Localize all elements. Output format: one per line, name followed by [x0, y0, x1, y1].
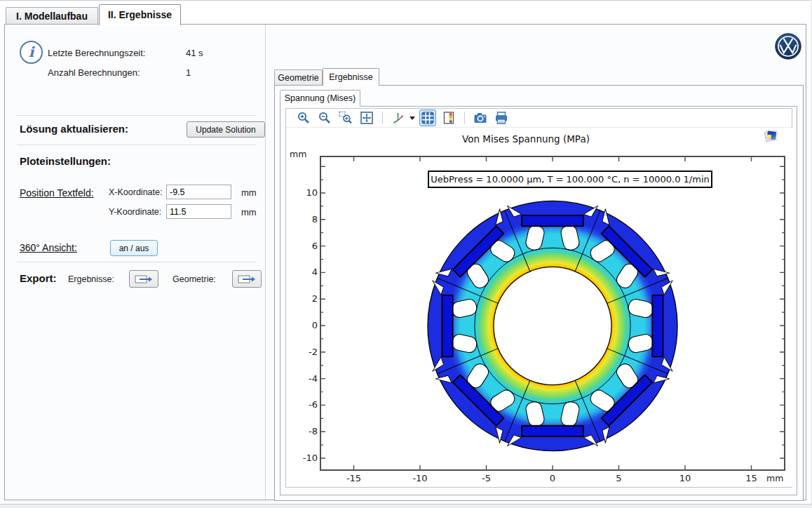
y-tick-label: 0	[295, 320, 318, 330]
grid-toggle-icon[interactable]	[419, 109, 436, 126]
x-coordinate-unit: mm	[241, 187, 257, 198]
x-tick-label: -15	[339, 473, 370, 483]
info-icon: i	[20, 41, 43, 64]
update-solution-heading: Lösung aktualisieren:	[20, 123, 128, 135]
export-geometry-label: Geometrie:	[172, 274, 216, 284]
x-tick-label: 5	[604, 473, 635, 483]
y-tick-label: -6	[295, 399, 318, 410]
export-icon	[135, 274, 153, 285]
zoom-extents-icon[interactable]	[358, 109, 375, 126]
export-geometry-button[interactable]	[232, 270, 262, 288]
rotor-bore	[494, 267, 611, 385]
x-tick-label: -5	[471, 473, 502, 483]
toolbar-separator	[464, 112, 465, 124]
export-results-label: Ergebnisse:	[68, 274, 114, 284]
y-tick-label: 10	[295, 187, 318, 198]
computation-count-label: Anzahl Berechnungen:	[48, 67, 140, 78]
status-strip	[0, 504, 812, 508]
view-360-toggle-button[interactable]: an / aus	[110, 240, 158, 256]
y-tick-label: -10	[295, 453, 318, 463]
computation-count-value: 1	[186, 67, 191, 78]
x-coordinate-label: X-Koordinate:	[109, 187, 162, 197]
plot-settings-heading: Ploteinstellungen:	[20, 155, 111, 167]
chevron-down-icon[interactable]	[410, 116, 415, 120]
divider	[17, 262, 257, 262]
update-solution-button[interactable]: Update Solution	[187, 121, 265, 138]
tab-modellaufbau[interactable]: I. Modellaufbau	[6, 7, 98, 25]
export-icon	[238, 274, 256, 285]
zoom-in-icon[interactable]	[295, 109, 312, 126]
divider	[17, 115, 257, 116]
y-coordinate-label: Y-Koordinate:	[109, 207, 161, 217]
x-tick-label: 15	[736, 473, 767, 483]
x-tick-label: 10	[670, 473, 701, 483]
parameter-annotation: UebPress = 10.0000 µm, T = 100.000 °C, n…	[428, 171, 712, 188]
x-tick-label: -10	[405, 473, 435, 483]
vw-logo	[775, 33, 801, 60]
y-tick-label: 8	[295, 214, 318, 225]
graphics-panel: Von Mises Spannung (MPa)	[285, 108, 792, 488]
axis-orientation-icon[interactable]	[390, 109, 407, 126]
tab-ergebnisse-plot[interactable]: Ergebnisse	[323, 68, 379, 86]
y-tick-label: 2	[295, 293, 318, 304]
x-coordinate-input[interactable]	[166, 185, 231, 199]
print-icon[interactable]	[493, 109, 510, 126]
last-computation-label: Letzte Berechnungszeit:	[48, 48, 145, 58]
x-axis-unit: mm	[766, 473, 783, 483]
y-tick-label: 6	[295, 241, 318, 251]
left-panel-separator	[265, 25, 266, 500]
plot-canvas[interactable]: Von Mises Spannung (MPa)	[287, 128, 792, 487]
y-tick-label: -4	[295, 373, 318, 384]
color-legend-icon[interactable]	[440, 109, 457, 126]
tab-ergebnisse[interactable]: II. Ergebnisse	[99, 4, 181, 25]
view-360-label: 360° Ansicht:	[20, 242, 77, 253]
image-snapshot-icon[interactable]	[472, 109, 489, 126]
app-window: I. Modellaufbau II. Ergebnisse i Letzte …	[0, 0, 811, 504]
y-coordinate-unit: mm	[241, 207, 257, 218]
position-textfield-label: Position Textfeld:	[20, 187, 94, 199]
y-coordinate-input[interactable]	[166, 204, 231, 219]
y-tick-label: 4	[295, 267, 318, 277]
toolbar-separator	[382, 112, 383, 124]
rotor-stress-plot	[428, 201, 677, 450]
zoom-to-selection-icon[interactable]	[337, 109, 354, 126]
tab-geometrie[interactable]: Geometrie	[274, 69, 323, 86]
export-results-button[interactable]	[129, 270, 158, 288]
divider	[17, 145, 257, 145]
zoom-out-icon[interactable]	[316, 109, 333, 126]
y-tick-label: -2	[295, 347, 318, 357]
graphics-toolbar	[286, 109, 792, 128]
tab-spannung-mises[interactable]: Spannung (Mises)	[280, 90, 360, 107]
export-heading: Export:	[20, 272, 57, 284]
last-computation-value: 41 s	[186, 48, 203, 58]
y-axis-unit: mm	[290, 149, 306, 159]
x-tick-label: 0	[537, 473, 568, 483]
y-tick-label: -8	[295, 426, 318, 436]
